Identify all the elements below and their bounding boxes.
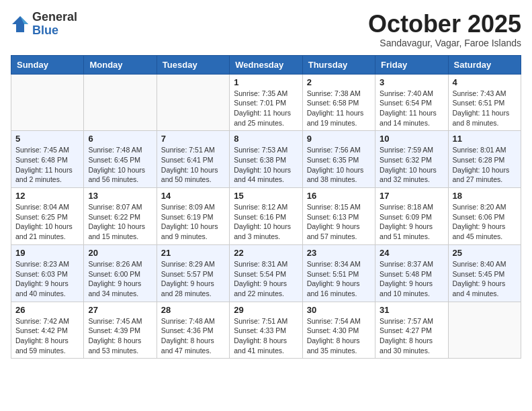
day-info: Sunrise: 7:38 AM Sunset: 6:58 PM Dayligh… bbox=[307, 89, 371, 128]
weekday-header-friday: Friday bbox=[375, 55, 448, 74]
calendar-cell: 23Sunrise: 8:34 AM Sunset: 5:51 PM Dayli… bbox=[302, 244, 375, 302]
day-number: 2 bbox=[307, 77, 371, 87]
day-info: Sunrise: 8:40 AM Sunset: 5:45 PM Dayligh… bbox=[453, 259, 517, 299]
calendar-cell: 29Sunrise: 7:51 AM Sunset: 4:33 PM Dayli… bbox=[230, 302, 302, 359]
day-info: Sunrise: 7:43 AM Sunset: 6:51 PM Dayligh… bbox=[453, 89, 517, 128]
calendar-cell bbox=[11, 74, 84, 131]
weekday-header-sunday: Sunday bbox=[11, 55, 84, 74]
day-info: Sunrise: 8:23 AM Sunset: 6:03 PM Dayligh… bbox=[15, 259, 79, 299]
calendar-cell: 26Sunrise: 7:42 AM Sunset: 4:42 PM Dayli… bbox=[11, 302, 84, 359]
day-number: 1 bbox=[234, 77, 298, 87]
day-number: 14 bbox=[161, 191, 225, 201]
day-number: 9 bbox=[307, 134, 371, 144]
logo-icon bbox=[11, 15, 30, 34]
day-info: Sunrise: 8:20 AM Sunset: 6:06 PM Dayligh… bbox=[453, 202, 517, 242]
day-info: Sunrise: 8:12 AM Sunset: 6:16 PM Dayligh… bbox=[234, 202, 298, 242]
day-number: 12 bbox=[15, 191, 79, 201]
calendar-cell: 7Sunrise: 7:51 AM Sunset: 6:41 PM Daylig… bbox=[157, 131, 229, 188]
week-row-5: 26Sunrise: 7:42 AM Sunset: 4:42 PM Dayli… bbox=[11, 302, 521, 359]
calendar-table: SundayMondayTuesdayWednesdayThursdayFrid… bbox=[11, 55, 521, 359]
day-info: Sunrise: 7:54 AM Sunset: 4:30 PM Dayligh… bbox=[307, 316, 371, 356]
day-info: Sunrise: 8:15 AM Sunset: 6:13 PM Dayligh… bbox=[307, 202, 371, 242]
day-info: Sunrise: 7:59 AM Sunset: 6:32 PM Dayligh… bbox=[380, 145, 443, 185]
calendar-cell: 17Sunrise: 8:18 AM Sunset: 6:09 PM Dayli… bbox=[375, 188, 448, 245]
logo-general: General bbox=[32, 10, 77, 24]
day-info: Sunrise: 7:45 AM Sunset: 4:39 PM Dayligh… bbox=[88, 316, 152, 356]
calendar-cell: 14Sunrise: 8:09 AM Sunset: 6:19 PM Dayli… bbox=[157, 188, 229, 245]
calendar-cell: 2Sunrise: 7:38 AM Sunset: 6:58 PM Daylig… bbox=[302, 74, 375, 131]
calendar-cell: 24Sunrise: 8:37 AM Sunset: 5:48 PM Dayli… bbox=[375, 244, 448, 302]
day-info: Sunrise: 8:01 AM Sunset: 6:28 PM Dayligh… bbox=[453, 145, 517, 185]
day-number: 26 bbox=[15, 305, 79, 315]
day-info: Sunrise: 8:18 AM Sunset: 6:09 PM Dayligh… bbox=[380, 202, 443, 242]
calendar-cell: 13Sunrise: 8:07 AM Sunset: 6:22 PM Dayli… bbox=[84, 188, 157, 245]
day-number: 8 bbox=[234, 134, 298, 144]
day-number: 4 bbox=[453, 77, 517, 87]
calendar-cell: 18Sunrise: 8:20 AM Sunset: 6:06 PM Dayli… bbox=[448, 188, 521, 245]
calendar-cell bbox=[157, 74, 229, 131]
calendar-cell: 8Sunrise: 7:53 AM Sunset: 6:38 PM Daylig… bbox=[230, 131, 302, 188]
calendar-cell: 12Sunrise: 8:04 AM Sunset: 6:25 PM Dayli… bbox=[11, 188, 84, 245]
calendar-cell: 6Sunrise: 7:48 AM Sunset: 6:45 PM Daylig… bbox=[84, 131, 157, 188]
day-info: Sunrise: 7:51 AM Sunset: 6:41 PM Dayligh… bbox=[161, 145, 225, 185]
day-info: Sunrise: 7:40 AM Sunset: 6:54 PM Dayligh… bbox=[380, 89, 443, 128]
day-number: 24 bbox=[380, 248, 443, 258]
day-number: 16 bbox=[307, 191, 371, 201]
day-info: Sunrise: 8:31 AM Sunset: 5:54 PM Dayligh… bbox=[234, 259, 298, 299]
calendar-cell: 5Sunrise: 7:45 AM Sunset: 6:48 PM Daylig… bbox=[11, 131, 84, 188]
day-info: Sunrise: 8:29 AM Sunset: 5:57 PM Dayligh… bbox=[161, 259, 225, 299]
logo: General Blue bbox=[11, 11, 77, 38]
day-info: Sunrise: 8:09 AM Sunset: 6:19 PM Dayligh… bbox=[161, 202, 225, 242]
calendar-cell: 21Sunrise: 8:29 AM Sunset: 5:57 PM Dayli… bbox=[157, 244, 229, 302]
day-number: 27 bbox=[88, 305, 152, 315]
weekday-header-thursday: Thursday bbox=[302, 55, 375, 74]
weekday-header-monday: Monday bbox=[84, 55, 157, 74]
day-number: 11 bbox=[453, 134, 517, 144]
day-number: 25 bbox=[453, 248, 517, 258]
week-row-2: 5Sunrise: 7:45 AM Sunset: 6:48 PM Daylig… bbox=[11, 131, 521, 188]
calendar-cell bbox=[84, 74, 157, 131]
day-number: 18 bbox=[453, 191, 517, 201]
day-info: Sunrise: 7:45 AM Sunset: 6:48 PM Dayligh… bbox=[15, 145, 79, 185]
day-info: Sunrise: 7:56 AM Sunset: 6:35 PM Dayligh… bbox=[307, 145, 371, 185]
calendar-cell: 10Sunrise: 7:59 AM Sunset: 6:32 PM Dayli… bbox=[375, 131, 448, 188]
day-number: 30 bbox=[307, 305, 371, 315]
day-info: Sunrise: 7:48 AM Sunset: 6:45 PM Dayligh… bbox=[88, 145, 152, 185]
calendar-cell: 15Sunrise: 8:12 AM Sunset: 6:16 PM Dayli… bbox=[230, 188, 302, 245]
day-number: 10 bbox=[380, 134, 443, 144]
title-block: October 2025 Sandavagur, Vagar, Faroe Is… bbox=[368, 11, 521, 48]
week-row-1: 1Sunrise: 7:35 AM Sunset: 7:01 PM Daylig… bbox=[11, 74, 521, 131]
calendar-cell: 19Sunrise: 8:23 AM Sunset: 6:03 PM Dayli… bbox=[11, 244, 84, 302]
day-number: 19 bbox=[15, 248, 79, 258]
week-row-4: 19Sunrise: 8:23 AM Sunset: 6:03 PM Dayli… bbox=[11, 244, 521, 302]
calendar-cell: 3Sunrise: 7:40 AM Sunset: 6:54 PM Daylig… bbox=[375, 74, 448, 131]
day-number: 5 bbox=[15, 134, 79, 144]
calendar-cell: 22Sunrise: 8:31 AM Sunset: 5:54 PM Dayli… bbox=[230, 244, 302, 302]
calendar-cell: 30Sunrise: 7:54 AM Sunset: 4:30 PM Dayli… bbox=[302, 302, 375, 359]
day-number: 23 bbox=[307, 248, 371, 258]
location-subtitle: Sandavagur, Vagar, Faroe Islands bbox=[368, 38, 521, 48]
day-info: Sunrise: 8:07 AM Sunset: 6:22 PM Dayligh… bbox=[88, 202, 152, 242]
day-number: 6 bbox=[88, 134, 152, 144]
day-info: Sunrise: 7:57 AM Sunset: 4:27 PM Dayligh… bbox=[380, 316, 443, 356]
weekday-header-row: SundayMondayTuesdayWednesdayThursdayFrid… bbox=[11, 55, 521, 74]
day-number: 20 bbox=[88, 248, 152, 258]
day-info: Sunrise: 8:34 AM Sunset: 5:51 PM Dayligh… bbox=[307, 259, 371, 299]
calendar-cell: 31Sunrise: 7:57 AM Sunset: 4:27 PM Dayli… bbox=[375, 302, 448, 359]
calendar-cell bbox=[448, 302, 521, 359]
day-number: 31 bbox=[380, 305, 443, 315]
calendar-cell: 27Sunrise: 7:45 AM Sunset: 4:39 PM Dayli… bbox=[84, 302, 157, 359]
day-info: Sunrise: 8:26 AM Sunset: 6:00 PM Dayligh… bbox=[88, 259, 152, 299]
day-number: 15 bbox=[234, 191, 298, 201]
day-info: Sunrise: 8:04 AM Sunset: 6:25 PM Dayligh… bbox=[15, 202, 79, 242]
calendar-cell: 1Sunrise: 7:35 AM Sunset: 7:01 PM Daylig… bbox=[230, 74, 302, 131]
calendar-cell: 25Sunrise: 8:40 AM Sunset: 5:45 PM Dayli… bbox=[448, 244, 521, 302]
logo-text: General Blue bbox=[32, 11, 77, 38]
day-number: 22 bbox=[234, 248, 298, 258]
day-info: Sunrise: 7:42 AM Sunset: 4:42 PM Dayligh… bbox=[15, 316, 79, 356]
day-info: Sunrise: 8:37 AM Sunset: 5:48 PM Dayligh… bbox=[380, 259, 443, 299]
day-number: 28 bbox=[161, 305, 225, 315]
day-number: 29 bbox=[234, 305, 298, 315]
calendar-cell: 28Sunrise: 7:48 AM Sunset: 4:36 PM Dayli… bbox=[157, 302, 229, 359]
weekday-header-tuesday: Tuesday bbox=[157, 55, 229, 74]
